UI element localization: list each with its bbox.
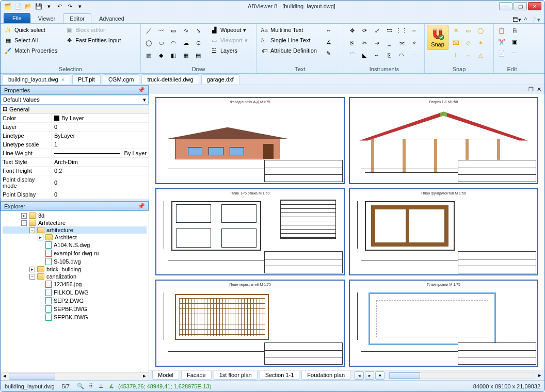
expand-icon[interactable]: ▸	[21, 213, 27, 219]
array-tool-icon[interactable]: ⋮⋮	[396, 25, 407, 36]
mdi-restore-icon[interactable]: ❐	[528, 86, 534, 93]
snap-node-icon[interactable]: ⌧	[450, 37, 461, 48]
property-value[interactable]: 0	[52, 175, 149, 190]
align-tool-icon[interactable]: ⎓	[408, 25, 420, 36]
property-row[interactable]: LinetypeByLayer	[1, 132, 149, 140]
hatch-tool-icon[interactable]: ▨	[143, 50, 154, 61]
extend-tool-icon[interactable]: ➔	[371, 37, 382, 48]
quick-select-button[interactable]: ✨Quick select	[3, 25, 59, 35]
property-value[interactable]: 0,2	[52, 167, 149, 175]
sheet-facade[interactable]: Фасад в осях А-Д М1:75	[155, 97, 345, 184]
wipeout-button[interactable]: ▟Wipeout ▾	[209, 25, 249, 35]
gradient-tool-icon[interactable]: ◧	[168, 50, 179, 61]
category-row[interactable]: ⊟General	[1, 105, 149, 114]
snap-perp-icon[interactable]: ⊥	[450, 50, 461, 61]
sheet-slab[interactable]: План перекрытий М 1:75	[155, 280, 345, 367]
paste-icon[interactable]: 📄	[496, 47, 507, 59]
tree-node[interactable]: exampl for dwg.ru	[3, 249, 147, 257]
sheet-roof[interactable]: План кровли М 1:75	[349, 280, 538, 367]
collapse-icon[interactable]: −	[21, 220, 27, 226]
collapse-icon[interactable]: −	[29, 274, 35, 280]
tab-advanced[interactable]: Advanced	[92, 13, 131, 23]
rotate-tool-icon[interactable]: ⟳	[359, 25, 370, 36]
property-value[interactable]: 0	[52, 190, 149, 199]
multiline-text-button[interactable]: 𝙰≡Multiline Text	[259, 25, 318, 35]
fillet-tool-icon[interactable]: ⌒	[346, 50, 358, 61]
explorer-hscroll[interactable]: ◂ ▸	[1, 372, 149, 380]
collapse-icon[interactable]: −	[29, 227, 35, 233]
pin-icon[interactable]: 📌	[138, 203, 145, 209]
save-icon[interactable]: 💾	[35, 2, 43, 10]
tree-node[interactable]: ▸Architect	[3, 234, 147, 241]
mirror-tool-icon[interactable]: ⮀	[383, 25, 395, 36]
misc-tool-icon[interactable]: ⋯	[408, 50, 420, 61]
doc-tab[interactable]: PLT.plt	[72, 74, 101, 84]
open-icon[interactable]: 📂	[24, 2, 33, 10]
tree-node[interactable]: ▸brick_building	[3, 266, 147, 273]
layout-tab[interactable]: Foudation plan	[301, 371, 350, 380]
chamfer-tool-icon[interactable]: ◣	[359, 50, 370, 61]
fast-entities-button[interactable]: ✥Fast Entities Input	[63, 35, 122, 45]
new-icon[interactable]: 📄	[14, 2, 22, 10]
mdi-close-icon[interactable]: ✕	[537, 86, 541, 93]
scale-tool-icon[interactable]: ⤢	[371, 25, 382, 36]
layout-tab[interactable]: Model	[152, 371, 179, 380]
tab-next-button[interactable]: ▸	[365, 371, 374, 380]
dimension-angular-icon[interactable]: ∡	[323, 36, 334, 47]
tab-list-button[interactable]: ▾	[375, 371, 384, 380]
property-row[interactable]: Point Display0	[1, 190, 149, 199]
match-properties-button[interactable]: 🖌️Match Properties	[3, 45, 59, 56]
cloud-tool-icon[interactable]: ☁	[180, 37, 191, 48]
close-icon[interactable]: ×	[61, 76, 65, 83]
property-value[interactable]: By Layer	[52, 114, 149, 122]
line-tool-icon[interactable]: ／	[143, 25, 154, 36]
explorer-tree[interactable]: ▸3d−Arhitecture−arhitecture▸ArchitectA10…	[1, 211, 149, 372]
explode-tool-icon[interactable]: ✧	[408, 37, 420, 48]
paste-special-icon[interactable]: ⋯	[509, 47, 520, 59]
tree-node[interactable]: −Arhitecture	[3, 219, 147, 226]
tree-node[interactable]: −canalization	[3, 273, 147, 280]
layers-button[interactable]: ☱Layers	[209, 45, 249, 56]
polyline-tool-icon[interactable]: 〰	[155, 25, 167, 36]
layout-tab[interactable]: 1st floor plan	[214, 371, 258, 380]
copy-icon[interactable]: 📋	[496, 25, 507, 36]
undo-icon[interactable]: ↶	[55, 2, 63, 10]
property-row[interactable]: Text StyleArch-Dim	[1, 158, 149, 167]
point-tool-icon[interactable]: ⊙	[193, 37, 204, 48]
tree-node[interactable]: 123456.jpg	[3, 280, 147, 288]
dropdown-icon[interactable]: ▾	[45, 2, 53, 10]
snap-end-icon[interactable]: ✕	[450, 25, 461, 36]
drawing-canvas[interactable]: Фасад в осях А-Д М1:75	[149, 94, 544, 370]
paste-block-icon[interactable]: ▣	[509, 36, 520, 47]
doc-tab[interactable]: CGM.cgm	[103, 74, 140, 84]
tab-editor[interactable]: Editor	[63, 13, 91, 23]
canvas-hscroll[interactable]	[389, 372, 534, 379]
ellipse-tool-icon[interactable]: ⬭	[155, 37, 167, 48]
snap-quad-icon[interactable]: ◇	[462, 37, 474, 48]
stretch-tool-icon[interactable]: ↔	[371, 50, 382, 61]
break-tool-icon[interactable]: ⎯	[383, 37, 395, 48]
scrollbar-thumb[interactable]	[9, 373, 55, 380]
scroll-right-button[interactable]: ▸	[538, 372, 541, 379]
tab-prev-button[interactable]: ◂	[355, 371, 364, 380]
property-row[interactable]: Point display mode0	[1, 175, 149, 190]
offset-tool-icon[interactable]: ⎘	[346, 37, 358, 48]
tree-node[interactable]: A104.N.S.dwg	[3, 241, 147, 249]
copy-tool-icon[interactable]: ⎘	[383, 50, 395, 61]
osnap-status-icon[interactable]: 🔍	[77, 383, 84, 390]
sheet-section[interactable]: Разрез 1-1 М1:50	[349, 97, 538, 184]
move-tool-icon[interactable]: ✥	[346, 25, 358, 36]
redo-icon[interactable]: ↷	[66, 2, 74, 10]
snap-center-icon[interactable]: ◯	[475, 25, 486, 36]
help-icon[interactable]: ❔▾	[530, 17, 540, 23]
mdi-minimize-icon[interactable]: —	[520, 86, 525, 93]
singleline-text-button[interactable]: 𝙰–Single Line Text	[259, 35, 318, 45]
property-row[interactable]: Layer0	[1, 123, 149, 132]
circle-tool-icon[interactable]: ◯	[143, 37, 154, 48]
qat-more-icon[interactable]: ▾	[76, 2, 84, 10]
property-row[interactable]: Linetype scale1	[1, 140, 149, 149]
tree-node[interactable]: S-105.dwg	[3, 257, 147, 266]
trim-tool-icon[interactable]: ✂	[359, 37, 370, 48]
property-row[interactable]: ColorBy Layer	[1, 114, 149, 123]
property-value[interactable]: 0	[52, 123, 149, 131]
